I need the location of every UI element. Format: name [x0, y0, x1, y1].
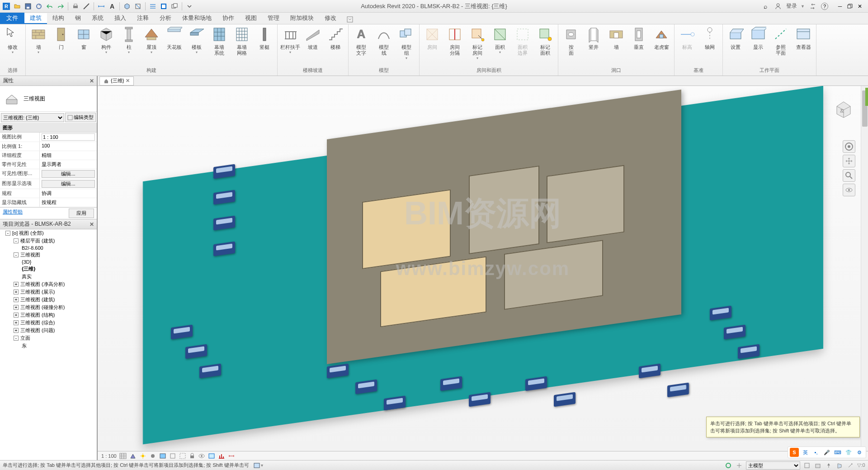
restore-button[interactable]: [845, 2, 854, 11]
select-underlay-icon[interactable]: [814, 461, 822, 470]
ribbon-button-model-line[interactable]: 模型 线: [373, 25, 395, 57]
ribbon-button-floor[interactable]: 楼板▾: [186, 25, 208, 55]
ime-skin-icon[interactable]: 👕: [844, 448, 853, 457]
property-value[interactable]: 精细: [40, 151, 97, 160]
login-label[interactable]: 登录: [786, 2, 797, 10]
ime-toolbox-icon[interactable]: ⚙: [855, 448, 864, 457]
ribbon-button-ceiling[interactable]: 天花板: [163, 25, 185, 51]
visual-style-icon[interactable]: [129, 453, 137, 459]
tree-item[interactable]: {3D}: [0, 259, 97, 265]
temp-hide-icon[interactable]: [198, 453, 205, 459]
workset-icon[interactable]: [253, 461, 261, 470]
ribbon-button-dormer[interactable]: 老虎窗: [651, 25, 672, 51]
drag-elements-icon[interactable]: [846, 461, 854, 470]
tree-item[interactable]: -[o] 视图 (全部): [0, 229, 97, 237]
tree-toggle-icon[interactable]: +: [14, 320, 19, 325]
scrollbar-vertical[interactable]: [861, 86, 868, 451]
tree-toggle-icon[interactable]: +: [14, 297, 19, 302]
ribbon-button-curtain-sys[interactable]: 幕墙 系统: [208, 25, 230, 57]
tree-toggle-icon[interactable]: +: [14, 290, 19, 294]
tree-item[interactable]: +三维视图 (问题): [0, 327, 97, 334]
tree-toggle-icon[interactable]: +: [14, 282, 19, 287]
properties-help-link[interactable]: 属性帮助: [3, 209, 23, 218]
ribbon-tab[interactable]: 视图: [240, 13, 262, 24]
user-icon[interactable]: [774, 2, 783, 11]
detail-level-icon[interactable]: [119, 453, 127, 459]
ime-punct-icon[interactable]: •,: [811, 448, 821, 457]
sync-icon[interactable]: [34, 2, 43, 11]
tree-toggle-icon[interactable]: -: [14, 238, 19, 243]
ribbon-button-mullion[interactable]: 竖梃: [254, 25, 275, 51]
type-selector[interactable]: 三维视图: [0, 86, 97, 112]
view-cube[interactable]: 左: [830, 95, 857, 122]
ribbon-button-show[interactable]: 显示: [747, 25, 769, 51]
tree-item[interactable]: +三维视图 (综合): [0, 319, 97, 327]
ribbon-button-door[interactable]: 门: [50, 25, 72, 51]
select-face-icon[interactable]: [835, 461, 844, 470]
ribbon-button-by-face[interactable]: 按 面: [560, 25, 582, 57]
select-pinned-icon[interactable]: [825, 461, 833, 470]
crop-region-icon[interactable]: [179, 453, 186, 459]
ime-emoji-icon[interactable]: 🎤: [822, 448, 831, 457]
worksharing-monitor-icon[interactable]: [865, 88, 868, 106]
tree-toggle-icon[interactable]: -: [14, 336, 19, 341]
sogou-icon[interactable]: S: [790, 448, 799, 457]
properties-panel-header[interactable]: 属性 ✕: [0, 76, 97, 86]
tree-item[interactable]: +三维视图 (碰撞分析): [0, 304, 97, 311]
redo-icon[interactable]: [56, 2, 65, 11]
tree-toggle-icon[interactable]: +: [14, 328, 19, 333]
3d-viewport[interactable]: BIM资源网 www.bimzyw.com 左 单击可进行选择; 按 Tab 键…: [98, 86, 868, 451]
tree-item[interactable]: B2/-8.600: [0, 245, 97, 251]
pan-icon[interactable]: [843, 155, 855, 167]
lock-icon[interactable]: [189, 453, 195, 459]
filter-icon[interactable]: ▽:0: [857, 461, 865, 470]
tree-item[interactable]: 东: [0, 342, 97, 350]
close-button[interactable]: ✕: [855, 2, 864, 11]
tree-item[interactable]: +三维视图 (展示): [0, 288, 97, 296]
ribbon-button-model-text[interactable]: A模型 文字: [350, 25, 372, 57]
property-value[interactable]: 100: [40, 142, 97, 151]
property-row[interactable]: 详细程度精细: [0, 151, 97, 160]
property-row[interactable]: 显示隐藏线按规程: [0, 198, 97, 207]
sun-path-icon[interactable]: [139, 453, 146, 459]
ribbon-button-roof[interactable]: 屋顶▾: [141, 25, 162, 55]
rendering-icon[interactable]: [159, 453, 166, 459]
ribbon-button-column[interactable]: 柱▾: [118, 25, 140, 55]
ribbon-tab[interactable]: 修改: [319, 13, 342, 24]
measure-icon[interactable]: [82, 2, 91, 11]
ribbon-button-tag-area[interactable]: 标记 面积: [534, 25, 556, 57]
tree-toggle-icon[interactable]: -: [5, 231, 10, 236]
zoom-icon[interactable]: [843, 169, 855, 182]
property-value[interactable]: 按规程: [40, 198, 97, 207]
switch-windows-icon[interactable]: [170, 2, 179, 11]
ribbon-button-shaft[interactable]: 竖井: [583, 25, 604, 51]
analytical-model-icon[interactable]: [218, 453, 225, 459]
property-value[interactable]: 编辑...: [40, 169, 97, 179]
save-icon[interactable]: [24, 2, 33, 11]
orbit-icon[interactable]: [843, 184, 855, 196]
ribbon-tab[interactable]: 建筑: [24, 13, 47, 24]
tree-item[interactable]: +三维视图 (结构): [0, 311, 97, 319]
property-value[interactable]: 协调: [40, 189, 97, 198]
instance-combo[interactable]: 三维视图: {三维}: [1, 113, 64, 122]
apply-button[interactable]: 应用: [69, 209, 94, 218]
help-icon[interactable]: ?: [821, 3, 828, 10]
ribbon-tab[interactable]: 系统: [86, 13, 109, 24]
ribbon-button-ref-plane[interactable]: 参照 平面: [770, 25, 792, 57]
open-icon[interactable]: [13, 2, 22, 11]
ribbon-button-window[interactable]: 窗: [73, 25, 94, 51]
ime-lang[interactable]: 英: [801, 448, 810, 457]
ribbon-button-room-sep[interactable]: 房间 分隔: [444, 25, 466, 57]
shadows-icon[interactable]: [149, 453, 156, 459]
scale-button[interactable]: 1 : 100: [101, 453, 117, 459]
view-tab-3d[interactable]: {三维} ✕: [99, 76, 134, 85]
ribbon-tab[interactable]: 管理: [262, 13, 285, 24]
ribbon-button-vertical[interactable]: 垂直: [628, 25, 650, 51]
tree-item[interactable]: -立面: [0, 334, 97, 342]
close-icon[interactable]: ✕: [90, 221, 94, 228]
ribbon-button-component[interactable]: 构件▾: [95, 25, 117, 55]
edit-type-button[interactable]: 编辑类型: [65, 113, 96, 122]
ribbon-tab[interactable]: 分析: [154, 13, 177, 24]
steering-wheel-icon[interactable]: [843, 140, 855, 153]
ribbon-button-tag-room[interactable]: 标记 房间▾: [467, 25, 488, 61]
